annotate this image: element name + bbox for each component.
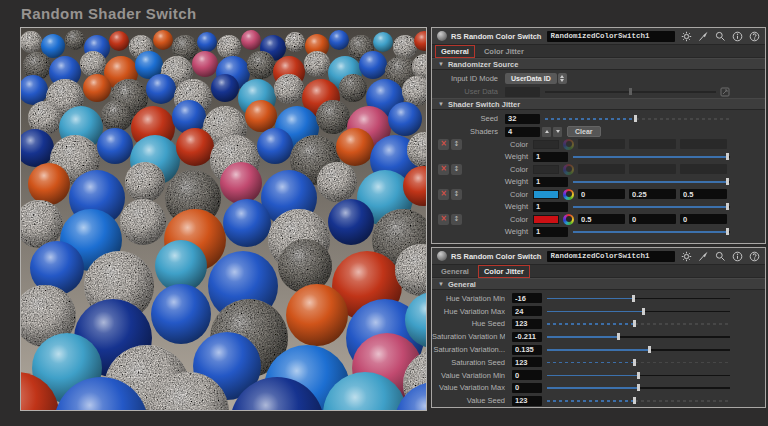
help-icon[interactable]	[749, 31, 760, 42]
tab-general[interactable]: General	[435, 265, 475, 278]
weight-input[interactable]	[533, 152, 568, 162]
param-value-input[interactable]	[512, 370, 542, 380]
color-swatch	[533, 140, 559, 149]
color-swatch	[533, 165, 559, 174]
slider-handle[interactable]	[633, 359, 636, 366]
param-slider[interactable]	[547, 294, 730, 303]
clear-button[interactable]: Clear	[567, 126, 601, 137]
weight-input[interactable]	[533, 227, 568, 237]
param-slider[interactable]	[547, 319, 730, 328]
slider-handle[interactable]	[726, 203, 729, 210]
param-value-input[interactable]	[512, 383, 542, 393]
slider-handle[interactable]	[633, 397, 636, 404]
param-row-value-variation-min: Value Variation Min	[432, 369, 765, 382]
brush-icon[interactable]	[698, 31, 709, 42]
section-general[interactable]: ▼ General	[432, 278, 765, 290]
move-shader-button[interactable]: ↕	[451, 214, 462, 225]
param-label: Saturation Variation Min	[432, 332, 505, 341]
weight-input[interactable]	[533, 177, 568, 187]
slider-handle[interactable]	[637, 372, 640, 379]
param-value-input[interactable]	[512, 396, 542, 406]
param-value-input[interactable]	[512, 293, 542, 303]
color-swatch[interactable]	[533, 190, 559, 199]
weight-slider[interactable]	[573, 177, 730, 186]
color-component-r-input[interactable]	[578, 189, 625, 199]
color-wheel-icon[interactable]	[563, 189, 574, 200]
node-type-label: RS Random Color Switch	[451, 32, 541, 41]
tab-general[interactable]: General	[435, 45, 475, 58]
slider-handle[interactable]	[632, 295, 635, 302]
color-component-g-input[interactable]	[629, 214, 676, 224]
weight-slider[interactable]	[573, 152, 730, 161]
slider-handle[interactable]	[634, 115, 637, 122]
slider-handle[interactable]	[617, 333, 620, 340]
color-wheel-icon[interactable]	[563, 214, 574, 225]
slider-handle[interactable]	[633, 320, 636, 327]
node-name-input[interactable]	[547, 251, 675, 262]
param-label: Value Seed	[432, 396, 505, 405]
color-component-r-input[interactable]	[578, 214, 625, 224]
color-component-b-input[interactable]	[680, 214, 727, 224]
slider-handle[interactable]	[637, 384, 640, 391]
weight-slider[interactable]	[573, 227, 730, 236]
shader-entry-3-color-row: ×↕Color	[432, 188, 765, 201]
seed-slider[interactable]	[545, 114, 730, 123]
magnifier-icon[interactable]	[715, 251, 726, 262]
remove-shader-button[interactable]: ×	[438, 164, 449, 175]
info-icon[interactable]	[732, 31, 743, 42]
remove-shader-button[interactable]: ×	[438, 189, 449, 200]
param-slider[interactable]	[547, 396, 730, 405]
color-component-b-input	[680, 164, 727, 174]
color-wheel-icon	[563, 164, 574, 175]
param-slider[interactable]	[547, 345, 730, 354]
remove-shader-button[interactable]: ×	[438, 214, 449, 225]
param-value-input[interactable]	[512, 357, 542, 367]
shaders-input[interactable]	[505, 127, 540, 137]
param-slider[interactable]	[547, 383, 730, 392]
tab-color-jitter[interactable]: Color Jitter	[478, 265, 530, 278]
param-value-input[interactable]	[512, 306, 542, 316]
color-component-g-input[interactable]	[629, 189, 676, 199]
input-id-mode-dropdown[interactable]: UserData ID	[505, 73, 557, 84]
section-shader-switch-jitter[interactable]: ▼ Shader Switch Jitter	[432, 98, 765, 110]
move-shader-button[interactable]: ↕	[451, 189, 462, 200]
slider-handle[interactable]	[726, 178, 729, 185]
input-id-mode-spinner[interactable]	[558, 73, 567, 84]
weight-input[interactable]	[533, 202, 568, 212]
user-data-slider	[545, 87, 716, 96]
color-component-b-input[interactable]	[680, 189, 727, 199]
shaders-decrement-button[interactable]	[553, 127, 562, 137]
slider-handle[interactable]	[642, 308, 645, 315]
seed-input[interactable]	[505, 114, 540, 124]
move-shader-button[interactable]: ↕	[451, 139, 462, 150]
gear-icon[interactable]	[681, 31, 692, 42]
slider-handle[interactable]	[648, 346, 651, 353]
panel1-tabbar: General Color Jitter	[432, 45, 765, 58]
shader-link-icon[interactable]	[720, 87, 730, 97]
gear-icon[interactable]	[681, 251, 692, 262]
color-swatch[interactable]	[533, 215, 559, 224]
param-value-input[interactable]	[512, 345, 542, 355]
param-slider[interactable]	[547, 358, 730, 367]
move-shader-button[interactable]: ↕	[451, 164, 462, 175]
tab-color-jitter[interactable]: Color Jitter	[478, 45, 530, 58]
slider-handle[interactable]	[726, 153, 729, 160]
shader-entry-4-weight-row: Weight	[432, 226, 765, 239]
param-slider[interactable]	[547, 332, 730, 341]
weight-slider[interactable]	[573, 202, 730, 211]
param-slider[interactable]	[547, 371, 730, 380]
info-icon[interactable]	[732, 251, 743, 262]
param-value-input[interactable]	[512, 332, 542, 342]
magnifier-icon[interactable]	[715, 31, 726, 42]
slider-handle[interactable]	[726, 228, 729, 235]
remove-shader-button[interactable]: ×	[438, 139, 449, 150]
shaders-row: Shaders Clear	[432, 125, 765, 138]
param-slider[interactable]	[547, 307, 730, 316]
brush-icon[interactable]	[698, 251, 709, 262]
param-value-input[interactable]	[512, 319, 542, 329]
section-randomizer-source[interactable]: ▼ Randomizer Source	[432, 58, 765, 70]
param-label: Saturation Variation...	[432, 345, 505, 354]
shaders-increment-button[interactable]	[542, 127, 551, 137]
node-name-input[interactable]	[547, 31, 675, 42]
help-icon[interactable]	[749, 251, 760, 262]
